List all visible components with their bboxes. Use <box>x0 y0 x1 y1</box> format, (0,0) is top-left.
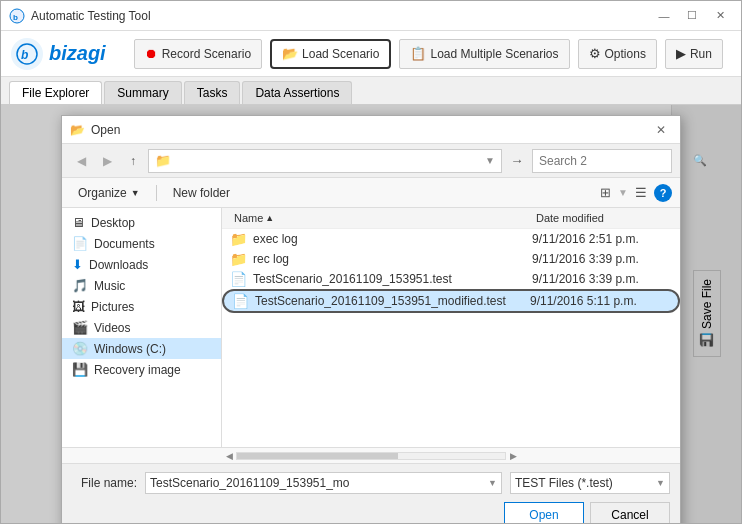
maximize-button[interactable]: ☐ <box>679 6 705 26</box>
run-icon: ▶ <box>676 46 686 61</box>
filename-input[interactable]: TestScenario_20161109_153951_mo ▼ <box>145 472 502 494</box>
horizontal-scrollbar[interactable]: ◀ ▶ <box>62 448 680 464</box>
file-row-test-scenario-modified[interactable]: 📄 TestScenario_20161109_153951_modified.… <box>222 289 680 313</box>
files-header: Name ▲ Date modified <box>222 208 680 229</box>
load-multiple-scenarios-button[interactable]: 📋 Load Multiple Scenarios <box>399 39 569 69</box>
file-icon: 📄 <box>230 271 247 287</box>
address-dropdown-icon[interactable]: ▼ <box>485 155 495 166</box>
nav-item-windows-c[interactable]: 💿 Windows (C:) <box>62 338 221 359</box>
window-close-button[interactable]: ✕ <box>707 6 733 26</box>
filename-row: File name: TestScenario_20161109_153951_… <box>72 472 670 494</box>
file-row-exec-log[interactable]: 📁 exec log 9/11/2016 2:51 p.m. <box>222 229 680 249</box>
dialog-cmdbar: Organize ▼ New folder ⊞ ▼ ☰ <box>62 178 680 208</box>
record-scenario-button[interactable]: ⏺ Record Scenario <box>134 39 262 69</box>
filetype-value: TEST Files (*.test) <box>515 476 652 490</box>
scroll-left-button[interactable]: ◀ <box>222 449 236 463</box>
options-button[interactable]: ⚙ Options <box>578 39 657 69</box>
tab-file-explorer[interactable]: File Explorer <box>9 81 102 104</box>
new-folder-button[interactable]: New folder <box>165 184 238 202</box>
load-icon: 📂 <box>282 46 298 61</box>
help-button[interactable]: ? <box>654 184 672 202</box>
dialog-footer: File name: TestScenario_20161109_153951_… <box>62 464 680 523</box>
toolbar: b bizagi ⏺ Record Scenario 📂 Load Scenar… <box>1 31 741 77</box>
cmd-separator <box>156 185 157 201</box>
logo-area: b bizagi <box>11 38 106 70</box>
nav-item-videos[interactable]: 🎬 Videos <box>62 317 221 338</box>
scroll-right-button[interactable]: ▶ <box>506 449 520 463</box>
filename-value: TestScenario_20161109_153951_mo <box>150 476 484 490</box>
downloads-icon: ⬇ <box>72 257 83 272</box>
dialog-toolbar: ◀ ▶ ↑ 📁 ▼ → 🔍 <box>62 144 680 178</box>
file-row-test-scenario[interactable]: 📄 TestScenario_20161109_153951.test 9/11… <box>222 269 680 289</box>
recovery-icon: 💾 <box>72 362 88 377</box>
logo-icon: b <box>11 38 43 70</box>
dialog-content: 🖥 Desktop 📄 Documents ⬇ Downloads 🎵 <box>62 208 680 448</box>
load-scenario-button[interactable]: 📂 Load Scenario <box>270 39 391 69</box>
filetype-select[interactable]: TEST Files (*.test) ▼ <box>510 472 670 494</box>
main-window: b Automatic Testing Tool — ☐ ✕ b bizagi … <box>0 0 742 524</box>
svg-text:b: b <box>21 48 28 62</box>
address-bar[interactable]: 📁 ▼ <box>148 149 502 173</box>
search-icon: 🔍 <box>693 154 707 167</box>
search-bar[interactable]: 🔍 <box>532 149 672 173</box>
grid-view-button[interactable]: ⊞ <box>594 182 616 204</box>
dialog-close-button[interactable]: ✕ <box>650 121 672 139</box>
col-header-name[interactable]: Name ▲ <box>230 210 532 226</box>
nav-item-downloads[interactable]: ⬇ Downloads <box>62 254 221 275</box>
open-dialog: 📂 Open ✕ ◀ ▶ ↑ <box>61 115 681 523</box>
run-button[interactable]: ▶ Run <box>665 39 723 69</box>
file-row-rec-log[interactable]: 📁 rec log 9/11/2016 3:39 p.m. <box>222 249 680 269</box>
scroll-thumb[interactable] <box>237 453 398 459</box>
videos-icon: 🎬 <box>72 320 88 335</box>
nav-item-pictures[interactable]: 🖼 Pictures <box>62 296 221 317</box>
list-view-icon: ☰ <box>635 185 647 200</box>
content-area: 💾 Save File 📂 Open ✕ ◀ <box>1 105 741 523</box>
nav-item-recovery[interactable]: 💾 Recovery image <box>62 359 221 380</box>
logo-text: bizagi <box>49 42 106 65</box>
tab-summary[interactable]: Summary <box>104 81 181 104</box>
address-folder-icon: 📁 <box>155 153 171 168</box>
grid-view-icon: ⊞ <box>600 185 611 200</box>
view-separator: ▼ <box>618 187 628 198</box>
record-icon: ⏺ <box>145 46 158 61</box>
windows-c-icon: 💿 <box>72 341 88 356</box>
col-header-date[interactable]: Date modified <box>532 210 672 226</box>
forward-button[interactable]: ▶ <box>96 150 118 172</box>
list-view-button[interactable]: ☰ <box>630 182 652 204</box>
up-button[interactable]: ↑ <box>122 150 144 172</box>
dialog-title-bar: 📂 Open ✕ <box>62 116 680 144</box>
nav-item-music[interactable]: 🎵 Music <box>62 275 221 296</box>
dialog-title: Open <box>91 123 120 137</box>
folder-icon: 📁 <box>230 251 247 267</box>
forward-icon: ▶ <box>103 154 112 168</box>
back-button[interactable]: ◀ <box>70 150 92 172</box>
tab-tasks[interactable]: Tasks <box>184 81 241 104</box>
search-input[interactable] <box>539 154 689 168</box>
dialog-nav: 🖥 Desktop 📄 Documents ⬇ Downloads 🎵 <box>62 208 222 447</box>
scroll-track[interactable] <box>236 452 506 460</box>
nav-item-documents[interactable]: 📄 Documents <box>62 233 221 254</box>
documents-icon: 📄 <box>72 236 88 251</box>
organize-label: Organize <box>78 186 127 200</box>
nav-go-button[interactable]: → <box>506 150 528 172</box>
organize-dropdown-icon: ▼ <box>131 188 140 198</box>
minimize-button[interactable]: — <box>651 6 677 26</box>
music-icon: 🎵 <box>72 278 88 293</box>
desktop-icon: 🖥 <box>72 215 85 230</box>
nav-item-desktop[interactable]: 🖥 Desktop <box>62 212 221 233</box>
options-icon: ⚙ <box>589 46 601 61</box>
tab-data-assertions[interactable]: Data Assertions <box>242 81 352 104</box>
dialog-title-icon: 📂 <box>70 123 85 137</box>
app-title: Automatic Testing Tool <box>31 9 151 23</box>
open-button[interactable]: Open <box>504 502 584 523</box>
folder-icon: 📁 <box>230 231 247 247</box>
load-multiple-icon: 📋 <box>410 46 426 61</box>
dialog-file-list: Name ▲ Date modified 📁 exec log 9/11/201 <box>222 208 680 447</box>
cancel-button[interactable]: Cancel <box>590 502 670 523</box>
organize-button[interactable]: Organize ▼ <box>70 184 148 202</box>
filename-dropdown-icon[interactable]: ▼ <box>488 478 497 488</box>
back-icon: ◀ <box>77 154 86 168</box>
address-input[interactable] <box>175 154 481 168</box>
pictures-icon: 🖼 <box>72 299 85 314</box>
filetype-dropdown-icon[interactable]: ▼ <box>656 478 665 488</box>
